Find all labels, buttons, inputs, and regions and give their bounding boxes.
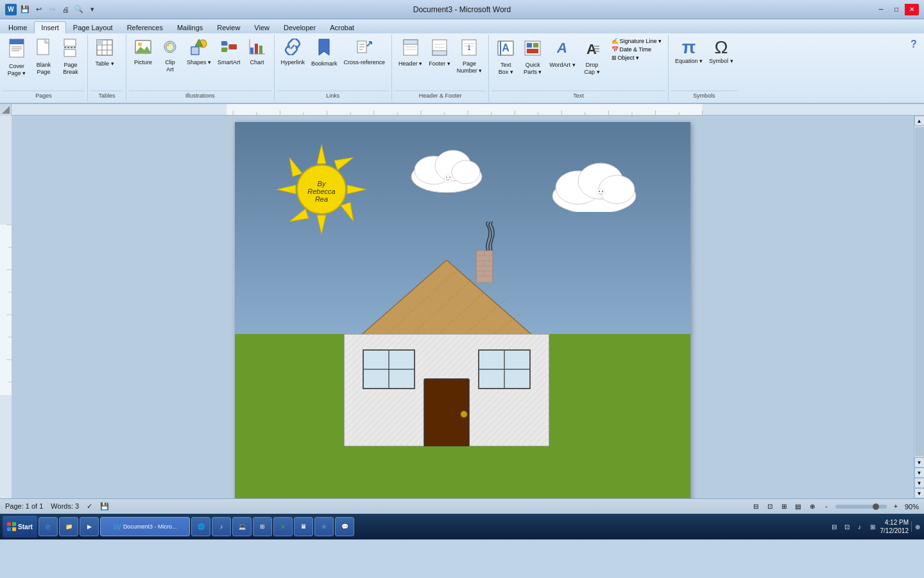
close-button[interactable]: ✕ [905, 4, 919, 15]
tab-references[interactable]: References [120, 21, 170, 33]
taskbar-calc[interactable]: 🖩 [294, 517, 313, 536]
tab-developer[interactable]: Developer [277, 21, 323, 33]
svg-rect-90 [0, 225, 12, 395]
signature-icon: ✍ [612, 38, 619, 44]
wordart-button[interactable]: A WordArt ▾ [547, 37, 578, 70]
shapes-button[interactable]: Shapes ▾ [184, 37, 214, 67]
qa-dropdown[interactable]: ▾ [87, 4, 98, 15]
quick-parts-button[interactable]: QuickParts ▾ [520, 37, 545, 77]
taskbar-music[interactable]: ♪ [212, 517, 231, 536]
svg-point-151 [461, 411, 467, 417]
zoom-in-btn[interactable]: + [891, 502, 901, 512]
page-number-button[interactable]: 1 PageNumber ▾ [454, 37, 485, 76]
chart-button[interactable]: Chart [244, 37, 270, 67]
maximize-button[interactable]: □ [889, 4, 903, 15]
tray-network[interactable]: ⊞ [868, 521, 878, 532]
music-icon: ♪ [220, 523, 223, 530]
taskbar-firefox[interactable]: 🌐 [191, 517, 210, 536]
help-button[interactable]: ? [906, 37, 921, 51]
ribbon-group-tables: Table ▾ Tables [88, 35, 126, 101]
scroll-thumb[interactable] [915, 127, 924, 456]
page-break-button[interactable]: PageBreak [58, 37, 83, 77]
draft-btn[interactable]: ⊕ [807, 502, 817, 512]
object-button[interactable]: ⊞ Object ▾ [609, 54, 665, 62]
qa-extra2[interactable]: 🔍 [73, 4, 85, 15]
scroll-down-button[interactable]: ▼ [914, 457, 925, 468]
table-button[interactable]: Table ▾ [92, 37, 117, 69]
redo-quick-btn[interactable]: ↪ [46, 4, 58, 15]
tab-home[interactable]: Home [1, 21, 34, 33]
clip-art-button[interactable]: ClipArt [157, 37, 183, 74]
save-quick-btn[interactable]: 💾 [19, 4, 31, 15]
taskbar-app1[interactable]: ⊞ [253, 517, 272, 536]
symbol-label: Symbol ▾ [709, 58, 733, 65]
symbols-buttons: π Equation ▾ Ω Symbol ▾ [671, 36, 737, 91]
tab-mailings[interactable]: Mailings [170, 21, 210, 33]
hyperlink-button[interactable]: Hyperlink [278, 37, 308, 67]
svg-rect-41 [404, 40, 418, 44]
scroll-up-button[interactable]: ▲ [914, 116, 925, 126]
scroll-bottom-1[interactable]: ▼ [914, 468, 925, 478]
taskbar-app3[interactable]: 💬 [335, 517, 354, 536]
taskbar-excel[interactable]: X [273, 517, 293, 536]
outline-btn[interactable]: ▤ [793, 502, 803, 512]
print-layout-btn[interactable]: ⊟ [751, 502, 761, 512]
tab-page-layout[interactable]: Page Layout [66, 21, 120, 33]
text-box-button[interactable]: A TextBox ▾ [493, 37, 518, 77]
text-box-icon: A [497, 39, 514, 60]
cross-reference-button[interactable]: Cross-reference [341, 37, 388, 67]
taskbar-ie[interactable]: e [38, 517, 58, 536]
web-layout-btn[interactable]: ⊞ [779, 502, 789, 512]
start-button[interactable]: Start [3, 516, 37, 538]
check-icon[interactable]: ✓ [87, 502, 92, 511]
wordart-label: WordArt ▾ [549, 62, 575, 69]
symbol-button[interactable]: Ω Symbol ▾ [706, 37, 736, 66]
ruler-corner[interactable] [0, 104, 12, 116]
svg-rect-25 [221, 48, 227, 52]
shapes-label: Shapes ▾ [187, 59, 211, 66]
full-reading-btn[interactable]: ⊡ [765, 502, 775, 512]
equation-button[interactable]: π Equation ▾ [672, 37, 705, 66]
page-break-icon [63, 39, 78, 60]
blank-page-button[interactable]: BlankPage [31, 37, 56, 77]
svg-point-121 [599, 175, 635, 204]
signature-line-button[interactable]: ✍ Signature Line ▾ [609, 37, 665, 45]
scroll-bottom-2[interactable]: ▼ [914, 478, 925, 488]
svg-point-115 [444, 175, 452, 182]
quick-parts-label: QuickParts ▾ [524, 62, 542, 76]
taskbar-word[interactable]: W Document3 - Micro... [100, 517, 190, 536]
taskbar-explorer[interactable]: 💻 [232, 517, 252, 536]
minimize-button[interactable]: ─ [874, 4, 888, 15]
hyperlink-label: Hyperlink [281, 59, 305, 66]
zoom-out-btn[interactable]: - [821, 502, 832, 512]
tab-view[interactable]: View [247, 21, 277, 33]
save-status-icon[interactable]: 💾 [100, 502, 109, 511]
qa-extra1[interactable]: 🖨 [60, 4, 71, 15]
tray-icon-2[interactable]: ⊡ [842, 521, 852, 532]
cover-page-button[interactable]: CoverPage ▾ [4, 37, 30, 78]
tray-icon-1[interactable]: ⊟ [829, 521, 839, 532]
smartart-button[interactable]: SmartArt [215, 37, 243, 67]
tray-icon-3[interactable]: ♪ [855, 521, 865, 532]
taskbar-app2[interactable]: ☆ [314, 517, 334, 536]
header-button[interactable]: Header ▾ [396, 37, 425, 69]
tab-insert[interactable]: Insert [34, 21, 66, 33]
left-ruler [0, 116, 12, 498]
footer-button[interactable]: Footer ▾ [426, 37, 453, 69]
taskbar-media[interactable]: ▶ [80, 517, 99, 536]
show-desktop-btn[interactable]: ⊕ [911, 521, 921, 532]
tab-acrobat[interactable]: Acrobat [323, 21, 361, 33]
zoom-thumb[interactable] [873, 504, 879, 510]
date-time-button[interactable]: 📅 Date & Time [609, 46, 665, 53]
undo-quick-btn[interactable]: ↩ [33, 4, 44, 15]
zoom-slider[interactable] [835, 505, 887, 509]
ie-icon: e [46, 521, 51, 532]
bookmark-button[interactable]: Bookmark [309, 37, 340, 69]
ribbon-group-illustrations: Picture ClipArt [126, 35, 275, 101]
tab-review[interactable]: Review [210, 21, 247, 33]
scroll-bottom-3[interactable]: ▼ [914, 488, 925, 498]
cross-reference-icon [356, 39, 373, 58]
taskbar-folder[interactable]: 📁 [59, 517, 78, 536]
picture-button[interactable]: Picture [130, 37, 156, 67]
drop-cap-button[interactable]: A DropCap ▾ [579, 37, 605, 77]
